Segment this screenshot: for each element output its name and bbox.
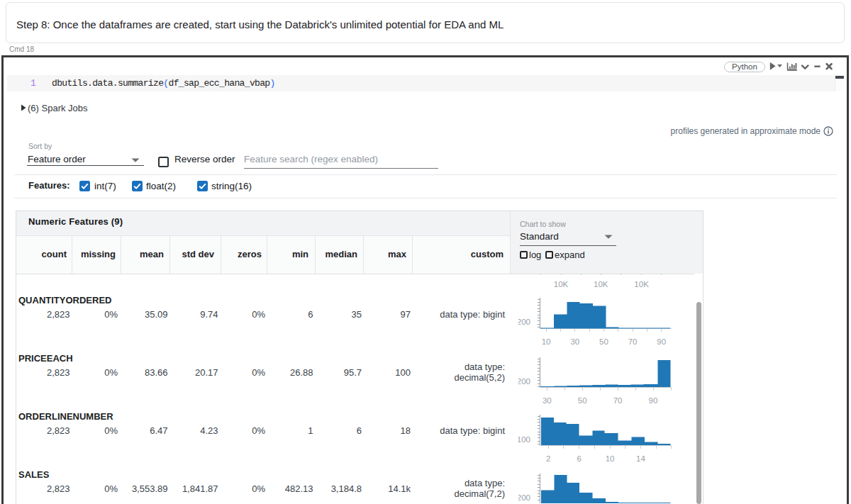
svg-text:6: 6 <box>577 454 581 463</box>
svg-text:50: 50 <box>599 337 608 346</box>
svg-text:10: 10 <box>542 337 551 346</box>
svg-text:200: 200 <box>518 377 530 386</box>
svg-text:70: 70 <box>613 396 623 405</box>
svg-text:10K: 10K <box>554 280 569 289</box>
svg-text:90: 90 <box>657 337 666 346</box>
svg-text:30: 30 <box>543 396 552 405</box>
svg-text:10: 10 <box>606 454 615 463</box>
svg-text:50: 50 <box>578 396 587 405</box>
svg-text:70: 70 <box>628 337 638 346</box>
svg-text:10K: 10K <box>634 280 649 289</box>
svg-text:90: 90 <box>649 396 658 405</box>
svg-text:200: 200 <box>518 318 530 326</box>
svg-text:200: 200 <box>518 493 530 502</box>
svg-text:10K: 10K <box>594 280 608 289</box>
svg-text:14: 14 <box>636 454 645 463</box>
svg-text:2: 2 <box>546 454 550 463</box>
svg-text:100: 100 <box>518 435 530 444</box>
svg-text:30: 30 <box>570 337 579 346</box>
